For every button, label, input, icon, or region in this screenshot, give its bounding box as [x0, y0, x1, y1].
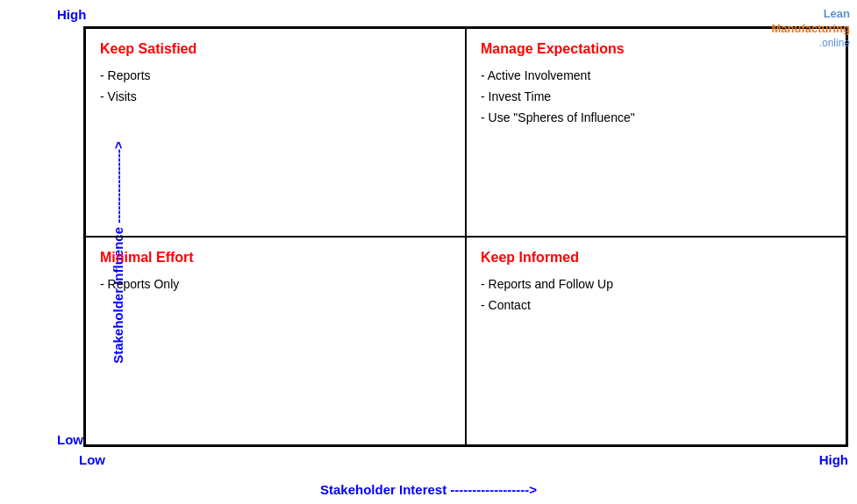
list-item: - Contact: [481, 295, 832, 316]
y-axis-low-label: Low: [57, 432, 83, 447]
quadrant-keep-satisfied-title: Keep Satisfied: [100, 41, 451, 57]
x-axis-low-label: Low: [79, 452, 105, 467]
list-item: - Reports Only: [100, 274, 451, 295]
list-item: - Invest Time: [481, 87, 832, 108]
watermark-manufacturing: Manufacturing: [771, 22, 850, 35]
quadrant-keep-informed-title: Keep Informed: [481, 250, 832, 266]
list-item: - Active Involvement: [481, 66, 832, 87]
list-item: - Use "Spheres of Influence": [481, 108, 832, 129]
watermark-online: .online: [819, 37, 850, 49]
list-item: - Reports: [100, 66, 451, 87]
list-item: - Reports and Follow Up: [481, 274, 832, 295]
list-item: - Visits: [100, 87, 451, 108]
quadrant-manage-expectations: Manage Expectations - Active Involvement…: [466, 28, 846, 237]
quadrant-keep-informed-items: - Reports and Follow Up - Contact: [481, 274, 832, 316]
quadrant-minimal-effort: Minimal Effort - Reports Only: [85, 237, 466, 445]
stakeholder-matrix: Keep Satisfied - Reports - Visits Manage…: [83, 26, 848, 447]
x-axis-label: Stakeholder Interest ------------------>: [320, 482, 537, 497]
y-axis-high-label: High: [57, 7, 86, 22]
quadrant-manage-expectations-items: - Active Involvement - Invest Time - Use…: [481, 66, 832, 128]
quadrant-keep-satisfied-items: - Reports - Visits: [100, 66, 451, 108]
x-axis-high-label: High: [819, 452, 848, 467]
watermark-lean: Lean: [824, 7, 850, 20]
watermark: Lean Manufacturing .online: [771, 7, 850, 50]
quadrant-minimal-effort-title: Minimal Effort: [100, 250, 451, 266]
quadrant-keep-informed: Keep Informed - Reports and Follow Up - …: [466, 237, 846, 445]
quadrant-minimal-effort-items: - Reports Only: [100, 274, 451, 295]
quadrant-keep-satisfied: Keep Satisfied - Reports - Visits: [85, 28, 466, 237]
